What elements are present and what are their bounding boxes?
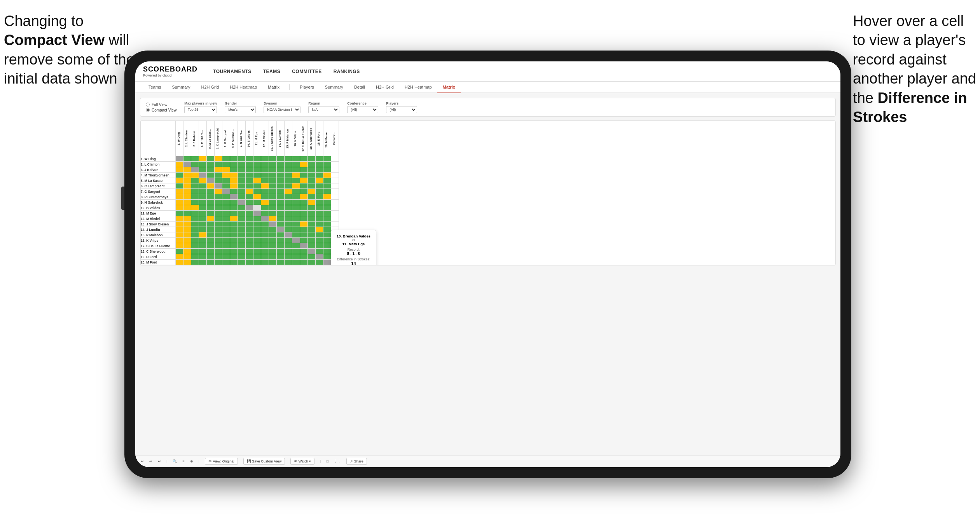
cell-2-12[interactable] bbox=[269, 167, 277, 173]
cell-13-13[interactable] bbox=[277, 227, 285, 232]
tab-teams[interactable]: Teams bbox=[143, 82, 166, 93]
cell-4-12[interactable] bbox=[269, 178, 277, 183]
cell-15-0[interactable] bbox=[176, 238, 183, 243]
cell-13-11[interactable] bbox=[261, 227, 269, 232]
cell-18-7[interactable] bbox=[230, 254, 238, 260]
cell-7-19[interactable] bbox=[323, 194, 331, 200]
cell-9-12[interactable] bbox=[269, 205, 277, 211]
cell-8-15[interactable] bbox=[292, 200, 300, 205]
cell-6-4[interactable] bbox=[207, 189, 215, 194]
cell-15-7[interactable] bbox=[230, 238, 238, 243]
cell-14-10[interactable] bbox=[253, 232, 261, 238]
cell-9-17[interactable] bbox=[308, 205, 316, 211]
cell-16-15[interactable] bbox=[292, 243, 300, 249]
cell-0-12[interactable] bbox=[269, 156, 277, 162]
save-custom-view-btn[interactable]: 💾 Save Custom View bbox=[243, 458, 285, 465]
cell-12-1[interactable] bbox=[183, 222, 191, 227]
conference-select[interactable]: (All) bbox=[347, 106, 378, 113]
cell-2-16[interactable] bbox=[300, 167, 308, 173]
cell-0-2[interactable] bbox=[191, 156, 199, 162]
cell-1-1[interactable] bbox=[183, 162, 191, 167]
cell-16-3[interactable] bbox=[199, 243, 207, 249]
cell-3-15[interactable] bbox=[292, 173, 300, 178]
cell-4-15[interactable] bbox=[292, 178, 300, 183]
cell-5-16[interactable] bbox=[300, 183, 308, 189]
cell-5-17[interactable] bbox=[308, 183, 316, 189]
cell-6-15[interactable] bbox=[292, 189, 300, 194]
cell-5-11[interactable] bbox=[261, 183, 269, 189]
cell-14-6[interactable] bbox=[222, 232, 230, 238]
cell-9-19[interactable] bbox=[323, 205, 331, 211]
cell-6-14[interactable] bbox=[285, 189, 292, 194]
cell-2-20[interactable] bbox=[331, 167, 339, 173]
cell-2-9[interactable] bbox=[246, 167, 253, 173]
cell-5-6[interactable] bbox=[222, 183, 230, 189]
cell-9-13[interactable] bbox=[277, 205, 285, 211]
cell-19-11[interactable] bbox=[261, 260, 269, 265]
cell-13-8[interactable] bbox=[238, 227, 246, 232]
division-select[interactable]: NCAA Division I bbox=[264, 106, 300, 113]
cell-17-17[interactable] bbox=[308, 249, 316, 254]
cell-14-5[interactable] bbox=[215, 232, 222, 238]
cell-0-16[interactable] bbox=[300, 156, 308, 162]
cell-3-6[interactable] bbox=[222, 173, 230, 178]
cell-10-0[interactable] bbox=[176, 211, 183, 216]
cell-7-2[interactable] bbox=[191, 194, 199, 200]
cell-10-17[interactable] bbox=[308, 211, 316, 216]
cell-4-3[interactable] bbox=[199, 178, 207, 183]
cell-5-5[interactable] bbox=[215, 183, 222, 189]
cell-11-18[interactable] bbox=[316, 216, 323, 222]
cell-13-9[interactable] bbox=[246, 227, 253, 232]
cell-14-8[interactable] bbox=[238, 232, 246, 238]
cell-8-2[interactable] bbox=[191, 200, 199, 205]
cell-12-13[interactable] bbox=[277, 222, 285, 227]
cell-9-15[interactable] bbox=[292, 205, 300, 211]
cell-1-20[interactable] bbox=[331, 162, 339, 167]
cell-15-14[interactable] bbox=[285, 238, 292, 243]
cell-14-18[interactable] bbox=[316, 232, 323, 238]
cell-0-3[interactable] bbox=[199, 156, 207, 162]
cell-18-15[interactable] bbox=[292, 254, 300, 260]
cell-12-12[interactable] bbox=[269, 222, 277, 227]
cell-16-14[interactable] bbox=[285, 243, 292, 249]
cell-15-15[interactable] bbox=[292, 238, 300, 243]
cell-8-9[interactable] bbox=[246, 200, 253, 205]
cell-9-0[interactable] bbox=[176, 205, 183, 211]
cell-0-17[interactable] bbox=[308, 156, 316, 162]
cell-18-4[interactable] bbox=[207, 254, 215, 260]
cell-4-2[interactable] bbox=[191, 178, 199, 183]
cell-9-6[interactable] bbox=[222, 205, 230, 211]
cell-8-7[interactable] bbox=[230, 200, 238, 205]
cell-10-16[interactable] bbox=[300, 211, 308, 216]
cell-11-20[interactable] bbox=[331, 216, 339, 222]
cell-16-8[interactable] bbox=[238, 243, 246, 249]
cell-4-4[interactable] bbox=[207, 178, 215, 183]
cell-11-11[interactable] bbox=[261, 216, 269, 222]
cell-15-9[interactable] bbox=[246, 238, 253, 243]
cell-14-2[interactable] bbox=[191, 232, 199, 238]
cell-14-15[interactable] bbox=[292, 232, 300, 238]
cell-7-17[interactable] bbox=[308, 194, 316, 200]
tab-h2h-heatmap-2[interactable]: H2H Heatmap bbox=[399, 82, 437, 93]
cell-4-5[interactable] bbox=[215, 178, 222, 183]
cell-10-13[interactable] bbox=[277, 211, 285, 216]
cell-0-20[interactable] bbox=[331, 156, 339, 162]
cell-8-20[interactable] bbox=[331, 200, 339, 205]
cell-3-4[interactable] bbox=[207, 173, 215, 178]
full-view-radio[interactable] bbox=[146, 103, 150, 106]
cell-6-18[interactable] bbox=[316, 189, 323, 194]
cell-10-8[interactable] bbox=[238, 211, 246, 216]
cell-18-3[interactable] bbox=[199, 254, 207, 260]
cell-5-14[interactable] bbox=[285, 183, 292, 189]
cell-7-6[interactable] bbox=[222, 194, 230, 200]
cell-18-10[interactable] bbox=[253, 254, 261, 260]
cell-16-0[interactable] bbox=[176, 243, 183, 249]
cell-2-0[interactable] bbox=[176, 167, 183, 173]
cell-17-18[interactable] bbox=[316, 249, 323, 254]
cell-8-0[interactable] bbox=[176, 200, 183, 205]
cell-11-14[interactable] bbox=[285, 216, 292, 222]
cell-6-0[interactable] bbox=[176, 189, 183, 194]
cell-13-5[interactable] bbox=[215, 227, 222, 232]
cell-4-17[interactable] bbox=[308, 178, 316, 183]
cell-13-18[interactable] bbox=[316, 227, 323, 232]
